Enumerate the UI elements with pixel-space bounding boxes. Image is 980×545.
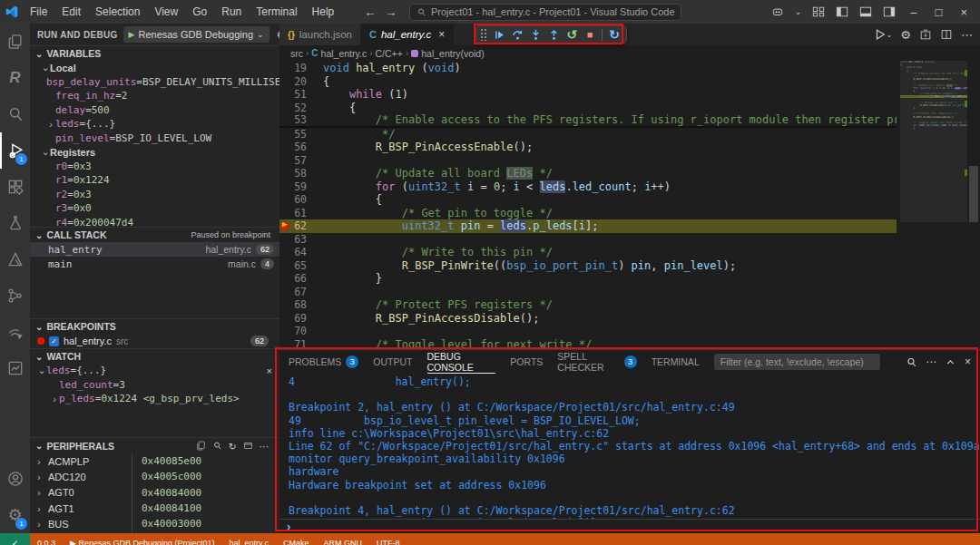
code-line[interactable]: 58 /* Update all board LEDs */ bbox=[279, 167, 897, 180]
code-line[interactable]: ▶62 uint32_t pin = leds.p_leds[i]; bbox=[279, 219, 897, 233]
status-bar-item[interactable]: UTF-8 bbox=[369, 539, 407, 545]
call-stack-frame[interactable]: mainmain.c4 bbox=[30, 257, 279, 271]
tab-hal_entry.c[interactable]: Chal_entry.c× bbox=[361, 24, 454, 45]
panel-tab-debug-console[interactable]: DEBUG CONSOLE bbox=[427, 350, 496, 374]
activity-bar-item-extensions[interactable] bbox=[0, 169, 30, 205]
variable-row[interactable]: r2 = 0x3 bbox=[30, 188, 279, 202]
variable-row[interactable]: freq_in_hz = 2 bbox=[30, 89, 279, 103]
menu-item-selection[interactable]: Selection bbox=[89, 4, 146, 20]
menu-item-file[interactable]: File bbox=[24, 4, 54, 20]
stop-button[interactable]: ■ bbox=[582, 26, 598, 43]
activity-bar-item-remote-signal[interactable] bbox=[0, 314, 30, 350]
panel-tab-terminal[interactable]: TERMINAL bbox=[652, 350, 700, 374]
tab-launch.json[interactable]: {}launch.json bbox=[279, 24, 361, 45]
breakpoint-row[interactable]: ✓hal_entry.csrc62 bbox=[30, 334, 279, 348]
activity-bar-item-search[interactable] bbox=[0, 96, 30, 132]
open-preview-icon[interactable] bbox=[919, 28, 932, 41]
refresh-icon[interactable]: ↻ bbox=[229, 441, 237, 452]
variable-row[interactable]: pin_level = BSP_IO_LEVEL_LOW bbox=[30, 131, 279, 146]
code-line[interactable]: 66 } bbox=[279, 272, 897, 286]
code-line[interactable]: 20{ bbox=[279, 75, 897, 89]
toolbar-drag-handle[interactable] bbox=[480, 28, 487, 41]
variable-row[interactable]: ›leds = {...} bbox=[30, 117, 279, 131]
variable-row[interactable]: ›p_leds = 0x1224 <g_bsp_prv_leds> bbox=[30, 392, 279, 406]
restart-button[interactable]: ↺ bbox=[564, 26, 580, 43]
panel-tab-spell-checker[interactable]: SPELL CHECKER3 bbox=[557, 350, 636, 374]
chevron-icon[interactable]: › bbox=[46, 119, 55, 130]
maximize-button[interactable]: □ bbox=[932, 5, 946, 19]
chevron-right-icon[interactable]: › bbox=[37, 519, 48, 530]
settings-gear-icon[interactable]: ⚙ bbox=[900, 28, 911, 42]
variable-row[interactable]: r1 = 0x1224 bbox=[30, 173, 279, 188]
code-line[interactable]: 68 /* Protect PFS registers */ bbox=[279, 298, 897, 312]
debug-console-output[interactable]: 4 hal_entry(); Breakpoint 2, hal_entry (… bbox=[279, 374, 980, 519]
debug-settings-gear-icon[interactable]: ⚙ bbox=[277, 28, 279, 42]
activity-bar-item-account[interactable] bbox=[0, 461, 30, 497]
variable-row[interactable]: bsp_delay_units = BSP_DELAY_UNITS_MILLIS… bbox=[30, 75, 279, 90]
remote-indicator[interactable]: ✓ bbox=[0, 533, 30, 545]
debug-console-input[interactable]: › bbox=[279, 519, 980, 533]
panel-tab-problems[interactable]: PROBLEMS3 bbox=[289, 350, 358, 374]
close-tab-icon[interactable]: × bbox=[438, 28, 445, 41]
variable-row[interactable]: led_count = 3 bbox=[30, 378, 279, 393]
status-bar-item[interactable]: 0 0 3 bbox=[30, 539, 63, 545]
panel-more-actions-icon[interactable]: ⋯ bbox=[926, 355, 936, 368]
variables-header[interactable]: ⌄ VARIABLES bbox=[30, 46, 279, 61]
minimap[interactable]: void hal_entry (void){ while (1) { /* En… bbox=[900, 61, 967, 349]
code-line[interactable]: 57 bbox=[279, 154, 897, 168]
start-debug-icon[interactable]: ▶ bbox=[129, 30, 135, 39]
copilot-icon[interactable] bbox=[771, 5, 784, 18]
variable-row[interactable]: r3 = 0x0 bbox=[30, 201, 279, 216]
toggle-panel-layout-icon[interactable] bbox=[812, 5, 825, 18]
status-bar-item[interactable]: ▶ Renesas GDB Debugging (Project01) bbox=[63, 539, 222, 545]
step-out-button[interactable] bbox=[545, 26, 562, 43]
activity-bar-item-object-graph[interactable] bbox=[0, 277, 30, 314]
window-icon[interactable] bbox=[243, 441, 253, 451]
chevron-right-icon[interactable]: › bbox=[37, 472, 48, 482]
split-editor-icon[interactable] bbox=[940, 28, 953, 41]
code-line[interactable]: 63 bbox=[279, 233, 897, 247]
variable-row[interactable]: r0 = 0x3 bbox=[30, 160, 279, 174]
variable-row[interactable]: ⌄leds = {...}× bbox=[30, 364, 279, 378]
chevron-down-icon[interactable]: ⌄ bbox=[41, 146, 50, 158]
menu-item-terminal[interactable]: Terminal bbox=[250, 4, 303, 20]
step-over-button[interactable] bbox=[509, 26, 525, 43]
toggle-bottom-panel-icon[interactable] bbox=[859, 5, 872, 18]
more-actions-icon[interactable]: ⋯ bbox=[260, 441, 270, 452]
code-line[interactable]: 52 { bbox=[279, 102, 897, 115]
variable-row[interactable]: r4 = 0x200047d4 bbox=[30, 216, 279, 228]
code-line[interactable]: 53 /* Enable access to the PFS registers… bbox=[279, 114, 897, 128]
toggle-secondary-sidebar-icon[interactable] bbox=[883, 5, 896, 18]
breadcrumb-item[interactable]: C/C++ bbox=[376, 48, 403, 59]
reset-button[interactable]: ↻ bbox=[606, 26, 622, 43]
activity-bar-item-manage[interactable]: ⚙1 bbox=[0, 497, 30, 533]
peripheral-row[interactable]: ›ADC1200x4005c000 bbox=[30, 469, 279, 484]
nav-back-icon[interactable]: ← bbox=[364, 5, 376, 19]
peripheral-row[interactable]: ›AGT10x40084100 bbox=[30, 501, 279, 516]
run-file-button[interactable]: ⌄ bbox=[874, 28, 893, 41]
call-stack-header[interactable]: ⌄ CALL STACK Paused on breakpoint bbox=[30, 228, 279, 242]
code-line[interactable]: 70 bbox=[279, 325, 897, 338]
close-panel-icon[interactable]: × bbox=[965, 355, 971, 368]
status-bar-item[interactable]: hal_entry.c bbox=[222, 539, 276, 545]
chevron-right-icon[interactable]: › bbox=[37, 487, 48, 498]
scope-row[interactable]: ⌄Registers bbox=[30, 145, 279, 160]
command-center-search[interactable]: Project01 - hal_entry.c - Project01 - Vi… bbox=[409, 4, 681, 21]
code-editor[interactable]: 19void hal_entry (void)20{51 while (1)52… bbox=[279, 61, 980, 349]
export-icon[interactable] bbox=[196, 441, 206, 451]
menu-item-go[interactable]: Go bbox=[186, 4, 213, 20]
code-line[interactable]: 60 { bbox=[279, 193, 897, 207]
peripherals-header[interactable]: ⌄ PERIPHERALS ↻ ⋯ bbox=[30, 438, 279, 453]
code-line[interactable]: 64 /* Write to this pin */ bbox=[279, 246, 897, 259]
breadcrumb-item[interactable]: hal_entry.c bbox=[321, 48, 368, 59]
call-stack-frame[interactable]: hal_entryhal_entry.c62 bbox=[30, 242, 279, 257]
activity-bar-item-cmake[interactable] bbox=[0, 241, 30, 277]
remove-watch-icon[interactable]: × bbox=[267, 365, 279, 376]
toggle-sidebar-icon[interactable] bbox=[836, 5, 848, 18]
chevron-icon[interactable]: › bbox=[50, 394, 59, 404]
maximize-panel-icon[interactable] bbox=[945, 356, 956, 368]
step-into-button[interactable] bbox=[527, 26, 544, 43]
activity-bar-item-renesas[interactable]: R bbox=[0, 60, 30, 96]
panel-tab-output[interactable]: OUTPUT bbox=[373, 350, 412, 374]
continue-button[interactable] bbox=[491, 26, 507, 43]
